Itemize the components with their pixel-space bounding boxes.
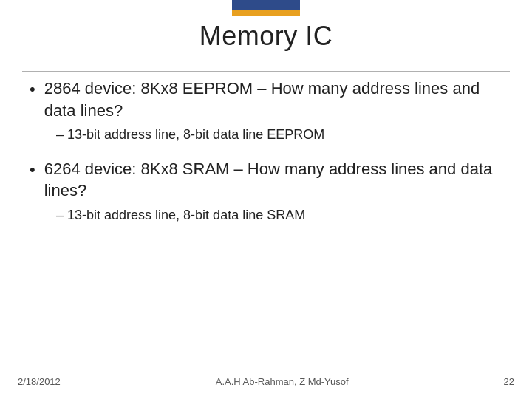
bullet-text-2: 6264 device: 8Kx8 SRAM – How many addres… — [44, 158, 502, 202]
bullet-sub-2: – 13-bit address line, 8-bit data line S… — [56, 206, 502, 225]
bullet-dot-1: • — [30, 79, 35, 100]
blue-accent-bar — [232, 0, 300, 10]
bullet-sub-1: – 13-bit address line, 8-bit data line E… — [56, 126, 502, 144]
bullet-sub-text-2: – 13-bit address line, 8-bit data line S… — [56, 206, 305, 225]
footer-author: A.A.H Ab-Rahman, Z Md-Yusof — [216, 376, 349, 387]
header-decoration — [232, 0, 300, 15]
bullet-main-1: • 2864 device: 8Kx8 EEPROM – How many ad… — [30, 78, 502, 121]
orange-accent-bar — [232, 10, 300, 16]
bullet-item-2: • 6264 device: 8Kx8 SRAM – How many addr… — [30, 158, 502, 225]
footer-date: 2/18/2012 — [18, 376, 61, 387]
title-rule — [22, 71, 510, 72]
footer-page: 22 — [504, 376, 514, 387]
slide-title: Memory IC — [0, 21, 532, 52]
bullet-sub-text-1: – 13-bit address line, 8-bit data line E… — [56, 126, 324, 144]
content-area: • 2864 device: 8Kx8 EEPROM – How many ad… — [30, 78, 502, 355]
footer: 2/18/2012 A.A.H Ab-Rahman, Z Md-Yusof 22 — [0, 364, 532, 399]
bullet-main-2: • 6264 device: 8Kx8 SRAM – How many addr… — [30, 158, 502, 202]
bullet-item-1: • 2864 device: 8Kx8 EEPROM – How many ad… — [30, 78, 502, 145]
slide-container: Memory IC • 2864 device: 8Kx8 EEPROM – H… — [0, 0, 532, 399]
bullet-dot-2: • — [30, 160, 35, 181]
bullet-text-1: 2864 device: 8Kx8 EEPROM – How many addr… — [44, 78, 502, 121]
